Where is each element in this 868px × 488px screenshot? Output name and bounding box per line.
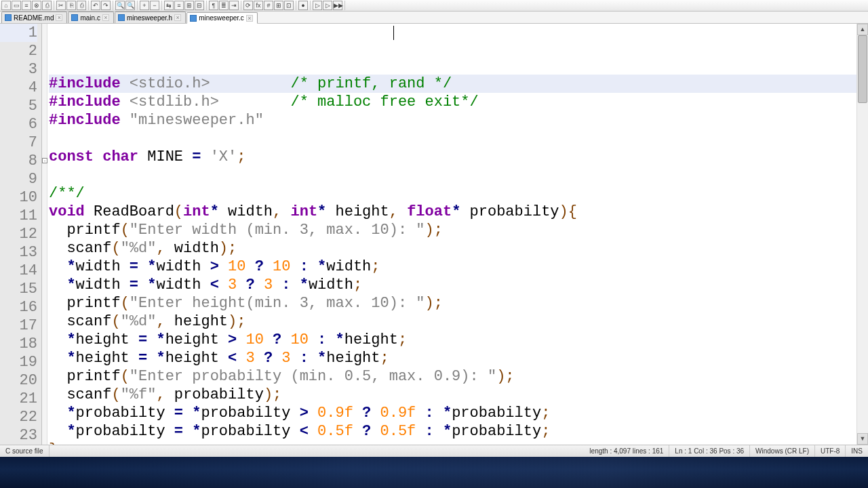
code-line[interactable]: #include <stdio.h> /* printf, rand */ bbox=[49, 75, 856, 93]
code-line[interactable]: scanf("%d", height); bbox=[49, 312, 856, 331]
scroll-up-button[interactable]: ▲ bbox=[857, 24, 868, 35]
code-line[interactable]: printf("Enter width (min. 3, max. 10): "… bbox=[49, 221, 856, 239]
vertical-scrollbar[interactable]: ▲ ▼ bbox=[856, 24, 868, 445]
toolbar-button-31[interactable]: ⊞ bbox=[274, 1, 283, 10]
code-line[interactable]: printf("Enter probabilty (min. 0.5, max.… bbox=[49, 367, 856, 386]
line-number[interactable]: 7 bbox=[0, 134, 37, 152]
toolbar-button-8[interactable]: ⎙ bbox=[77, 1, 86, 10]
toolbar-button-17[interactable]: − bbox=[150, 1, 159, 10]
line-number[interactable]: 13 bbox=[0, 243, 37, 262]
scrollbar-thumb[interactable] bbox=[858, 35, 867, 103]
line-number[interactable]: 22 bbox=[0, 408, 37, 426]
fold-toggle-icon[interactable]: - bbox=[42, 158, 47, 163]
toolbar-button-32[interactable]: ⊡ bbox=[284, 1, 294, 10]
line-number[interactable]: 15 bbox=[0, 280, 37, 298]
toolbar-button-14[interactable]: 🔍 bbox=[125, 1, 135, 10]
code-area[interactable]: #include <stdio.h> /* printf, rand */#in… bbox=[47, 24, 856, 445]
code-line[interactable]: *probabilty = *probabilty > 0.9f ? 0.9f … bbox=[49, 404, 856, 422]
line-number[interactable]: 11 bbox=[0, 207, 37, 225]
code-line[interactable] bbox=[49, 166, 856, 184]
code-line[interactable]: scanf("%f", probabilty); bbox=[49, 386, 856, 404]
line-number[interactable]: 4 bbox=[0, 79, 37, 97]
line-number[interactable]: 6 bbox=[0, 115, 37, 134]
toolbar-button-38[interactable]: ▶▶ bbox=[333, 1, 342, 10]
code-line[interactable]: *probabilty = *probabilty < 0.5f ? 0.5f … bbox=[49, 422, 856, 441]
code-line[interactable]: } bbox=[49, 441, 856, 445]
fold-column[interactable]: - bbox=[42, 24, 47, 445]
line-number[interactable]: 12 bbox=[0, 225, 37, 243]
line-number[interactable]: 17 bbox=[0, 317, 37, 335]
toolbar-button-29[interactable]: fx bbox=[254, 1, 263, 10]
line-number[interactable]: 14 bbox=[0, 262, 37, 280]
status-insert-mode[interactable]: INS bbox=[846, 445, 868, 457]
toolbar-button-25[interactable]: ≣ bbox=[219, 1, 229, 10]
toolbar-separator bbox=[113, 1, 113, 10]
scroll-down-button[interactable]: ▼ bbox=[857, 433, 868, 445]
code-line[interactable] bbox=[49, 129, 856, 148]
tab-label: minesweeper.h bbox=[127, 14, 172, 22]
code-line[interactable]: #include "minesweeper.h" bbox=[49, 111, 856, 129]
toolbar-button-22[interactable]: ⊟ bbox=[195, 1, 204, 10]
line-number[interactable]: 5 bbox=[0, 97, 37, 115]
line-number[interactable]: 21 bbox=[0, 390, 37, 408]
toolbar-button-34[interactable]: ● bbox=[298, 1, 308, 10]
line-number[interactable]: 18 bbox=[0, 335, 37, 353]
status-eol[interactable]: Windows (CR LF) bbox=[750, 445, 815, 457]
toolbar-button-28[interactable]: ⟳ bbox=[243, 1, 253, 10]
toolbar-button-13[interactable]: 🔍 bbox=[115, 1, 125, 10]
code-line[interactable]: *height = *height < 3 ? 3 : *height; bbox=[49, 349, 856, 367]
line-number[interactable]: 20 bbox=[0, 371, 37, 390]
line-number[interactable]: 19 bbox=[0, 353, 37, 371]
toolbar-button-4[interactable]: ⎙ bbox=[42, 1, 52, 10]
code-line[interactable]: void ReadBoard(int* width, int* height, … bbox=[49, 203, 856, 221]
toolbar-button-16[interactable]: + bbox=[140, 1, 149, 10]
toolbar-button-11[interactable]: ↷ bbox=[101, 1, 111, 10]
tab-close-icon[interactable]: × bbox=[174, 14, 181, 21]
code-line[interactable]: *width = *width > 10 ? 10 : *width; bbox=[49, 258, 856, 276]
tab-minesweeper-h[interactable]: minesweeper.h× bbox=[115, 12, 186, 23]
toolbar-button-6[interactable]: ✂ bbox=[56, 1, 66, 10]
toolbar-button-1[interactable]: ▭ bbox=[12, 1, 21, 10]
tab-minesweeper-c[interactable]: minesweeper.c× bbox=[186, 12, 258, 24]
toolbar-button-26[interactable]: ⇥ bbox=[229, 1, 239, 10]
line-number[interactable]: 16 bbox=[0, 298, 37, 317]
line-number[interactable]: 1 bbox=[0, 24, 37, 42]
tab-close-icon[interactable]: × bbox=[246, 15, 253, 22]
tab-main-c[interactable]: main.c× bbox=[68, 12, 113, 23]
line-number[interactable]: 9 bbox=[0, 170, 37, 188]
code-line[interactable]: #include <stdlib.h> /* malloc free exit*… bbox=[49, 93, 856, 111]
line-number[interactable]: 8 bbox=[0, 152, 37, 170]
code-line[interactable]: /**/ bbox=[49, 184, 856, 203]
toolbar-button-36[interactable]: ▷ bbox=[313, 1, 322, 10]
toolbar-button-20[interactable]: ≡ bbox=[174, 1, 184, 10]
toolbar-button-2[interactable]: ≡ bbox=[22, 1, 31, 10]
code-line[interactable]: scanf("%d", width); bbox=[49, 239, 856, 258]
toolbar-button-21[interactable]: ⊞ bbox=[184, 1, 194, 10]
status-filetype: C source file bbox=[0, 445, 50, 457]
toolbar-button-0[interactable]: ⌂ bbox=[1, 1, 11, 10]
toolbar-button-24[interactable]: ¶ bbox=[209, 1, 218, 10]
toolbar-separator bbox=[296, 1, 296, 10]
code-line[interactable]: *width = *width < 3 ? 3 : *width; bbox=[49, 276, 856, 294]
toolbar-button-30[interactable]: # bbox=[264, 1, 273, 10]
toolbar-separator bbox=[310, 1, 311, 10]
code-line[interactable]: printf("Enter height(min. 3, max. 10): "… bbox=[49, 294, 856, 312]
scrollbar-track[interactable] bbox=[857, 35, 868, 433]
tab-close-icon[interactable]: × bbox=[102, 14, 109, 21]
code-line[interactable]: const char MINE = 'X'; bbox=[49, 148, 856, 166]
toolbar-button-19[interactable]: ⇆ bbox=[164, 1, 174, 10]
toolbar-button-37[interactable]: ▷ bbox=[323, 1, 332, 10]
status-encoding[interactable]: UTF-8 bbox=[815, 445, 846, 457]
toolbar-button-10[interactable]: ↶ bbox=[91, 1, 100, 10]
tab-close-icon[interactable]: × bbox=[56, 14, 62, 21]
line-number[interactable]: 10 bbox=[0, 188, 37, 207]
toolbar-button-7[interactable]: ⎘ bbox=[66, 1, 76, 10]
toolbar-button-3[interactable]: ⊗ bbox=[32, 1, 41, 10]
line-number-gutter[interactable]: 1234567891011121314151617181920212223 bbox=[0, 24, 42, 445]
line-number[interactable]: 3 bbox=[0, 60, 37, 79]
code-line[interactable]: *height = *height > 10 ? 10 : *height; bbox=[49, 331, 856, 349]
line-number[interactable]: 23 bbox=[0, 426, 37, 445]
tab-label: minesweeper.c bbox=[199, 14, 244, 22]
tab-README-md[interactable]: README.md× bbox=[1, 12, 67, 23]
line-number[interactable]: 2 bbox=[0, 42, 37, 60]
